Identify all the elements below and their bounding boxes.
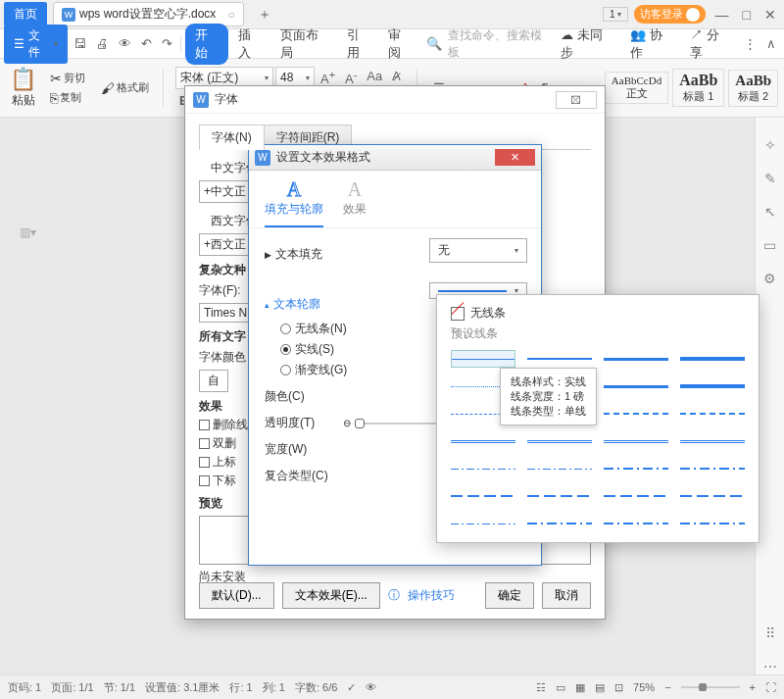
preview-icon[interactable]: 👁	[115, 34, 135, 53]
status-page-of[interactable]: 页面: 1/1	[51, 680, 93, 695]
zoom-slider[interactable]	[681, 686, 740, 688]
zoom-value[interactable]: 75%	[633, 681, 655, 693]
line-preset[interactable]	[527, 460, 592, 477]
tab-fill-outline[interactable]: A 填充与轮廓	[265, 178, 323, 227]
status-chars[interactable]: 字数: 6/6	[295, 680, 337, 695]
menu-review[interactable]: 审阅	[380, 24, 420, 65]
maximize-button[interactable]: □	[739, 3, 755, 26]
line-preset[interactable]	[604, 432, 668, 450]
line-preset[interactable]	[604, 405, 668, 423]
undo-icon[interactable]: ↶	[137, 34, 156, 53]
view-print-icon[interactable]: ▭	[556, 681, 565, 694]
status-col[interactable]: 列: 1	[263, 680, 285, 695]
wn-font-input[interactable]: +西文正	[199, 233, 253, 256]
line-preset[interactable]	[527, 515, 592, 532]
shape-tool-icon[interactable]: ▭	[763, 237, 776, 253]
search-placeholder[interactable]: 查找命令、搜索模板	[448, 27, 549, 61]
close-button[interactable]: ✕	[760, 3, 780, 26]
view-mode-icon[interactable]: ☷	[536, 681, 546, 694]
paste-button[interactable]: 📋 粘贴	[6, 65, 40, 111]
text-effect-button[interactable]: 文本效果(E)...	[282, 582, 380, 609]
new-tab-button[interactable]: ＋	[252, 4, 277, 25]
zoom-in-icon[interactable]: +	[750, 681, 756, 693]
line-preset[interactable]	[604, 460, 668, 477]
line-preset[interactable]	[680, 377, 745, 395]
fit-width-icon[interactable]: ⊡	[614, 681, 623, 694]
zoom-out-icon[interactable]: −	[664, 681, 670, 693]
select-tool-icon[interactable]: ↖	[764, 204, 776, 220]
file-menu[interactable]: ☰ 文件 ▾	[4, 25, 68, 64]
menu-layout[interactable]: 页面布局	[272, 24, 337, 65]
line-preset[interactable]	[680, 460, 745, 477]
spellcheck-icon[interactable]: ✓	[347, 681, 356, 694]
line-preset[interactable]	[680, 487, 745, 505]
search-icon[interactable]: 🔍	[422, 34, 446, 53]
share-button[interactable]: ↗ 分享	[682, 24, 738, 65]
assistant-icon[interactable]: ✧	[764, 137, 776, 153]
font-f-input[interactable]: Times N	[199, 303, 253, 323]
view-outline-icon[interactable]: ▤	[595, 681, 605, 694]
auto-color-dropdown[interactable]: 自	[199, 370, 228, 392]
line-preset[interactable]	[451, 515, 515, 532]
line-preset[interactable]	[680, 515, 745, 532]
status-section[interactable]: 节: 1/1	[104, 680, 135, 695]
line-preset[interactable]	[604, 377, 668, 395]
settings-icon[interactable]: ⚙	[763, 271, 776, 286]
view-web-icon[interactable]: ▦	[575, 681, 585, 694]
cn-font-input[interactable]: +中文正	[199, 180, 253, 203]
no-line-option[interactable]: 无线条	[451, 305, 745, 322]
menu-insert[interactable]: 插入	[230, 24, 270, 65]
style-heading1[interactable]: AaBb 标题 1	[672, 69, 724, 107]
cancel-button[interactable]: 取消	[542, 582, 591, 609]
line-preset[interactable]	[604, 350, 668, 368]
print-icon[interactable]: 🖨	[92, 34, 113, 53]
tab-close-icon[interactable]: ○	[227, 8, 234, 22]
line-preset[interactable]	[680, 405, 745, 423]
line-preset[interactable]	[451, 487, 515, 505]
redo-icon[interactable]: ↷	[158, 34, 176, 53]
line-preset[interactable]	[604, 487, 668, 505]
collab-button[interactable]: 👥 协作	[622, 24, 680, 65]
line-preset[interactable]	[604, 515, 668, 532]
line-preset[interactable]	[527, 350, 592, 368]
font-dialog-title: 字体	[215, 91, 238, 108]
line-preset[interactable]	[680, 432, 745, 450]
status-page[interactable]: 页码: 1	[8, 680, 41, 695]
copy-button[interactable]: ⎘复制	[48, 89, 87, 107]
tab-effects[interactable]: A 效果	[343, 178, 367, 227]
reading-view-icon[interactable]: 👁	[366, 681, 376, 693]
fill-dropdown[interactable]: 无▾	[429, 238, 527, 263]
status-position[interactable]: 设置值: 3.1厘米	[145, 680, 220, 695]
tips-link[interactable]: 操作技巧	[408, 587, 455, 604]
line-style-popup: 无线条 预设线条	[436, 294, 760, 543]
line-preset[interactable]	[451, 350, 515, 368]
line-preset[interactable]	[451, 432, 515, 450]
effect-close-button[interactable]: ✕	[495, 149, 535, 166]
fullscreen-icon[interactable]: ⛶	[765, 681, 776, 693]
line-preset[interactable]	[527, 487, 592, 505]
save-icon[interactable]: 🖫	[70, 34, 90, 53]
tab-font[interactable]: 字体(N)	[199, 125, 265, 150]
line-preset[interactable]	[680, 350, 745, 368]
login-button[interactable]: 访客登录	[634, 5, 706, 24]
cut-button[interactable]: ✂剪切	[48, 70, 87, 87]
style-heading2[interactable]: AaBb 标题 2	[728, 70, 778, 107]
style-normal[interactable]: AaBbCcDd 正文	[605, 72, 668, 104]
menu-reference[interactable]: 引用	[339, 24, 379, 65]
default-button[interactable]: 默认(D)...	[199, 582, 274, 609]
menu-more-icon[interactable]: ⋮	[740, 34, 760, 53]
home-tab[interactable]: 首页	[4, 2, 47, 26]
dots-icon[interactable]: ⠿	[765, 625, 775, 641]
edit-tool-icon[interactable]: ✎	[764, 171, 776, 186]
menu-start[interactable]: 开始	[185, 24, 229, 65]
notification-counter[interactable]: 1▾	[603, 7, 628, 22]
status-row[interactable]: 行: 1	[229, 680, 252, 695]
line-preset[interactable]	[527, 432, 592, 450]
dialog-close-button[interactable]: ⛝	[556, 91, 597, 109]
sync-button[interactable]: ☁ 未同步	[553, 24, 620, 65]
collapse-icon[interactable]: ∧	[762, 34, 780, 53]
ok-button[interactable]: 确定	[485, 582, 534, 609]
more-icon[interactable]: ⋯	[763, 659, 777, 674]
format-painter-button[interactable]: 🖌格式刷	[99, 79, 151, 97]
line-preset[interactable]	[451, 460, 515, 477]
